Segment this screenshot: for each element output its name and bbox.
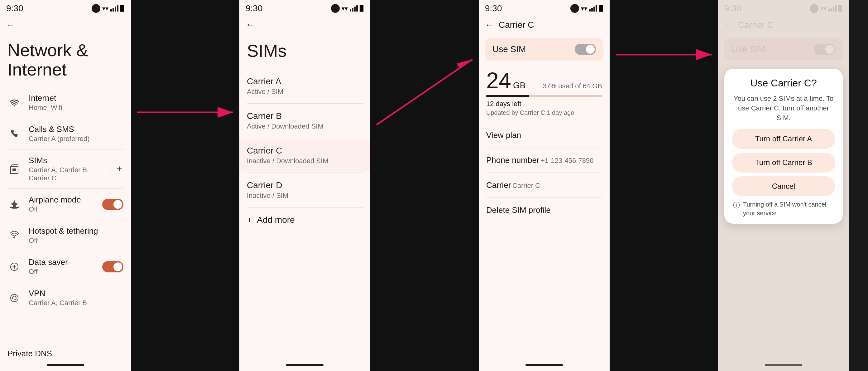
delete-sim-item[interactable]: Delete SIM profile [479,199,610,221]
menu-item-calls-sms[interactable]: Calls & SMS Carrier A (preferred) [0,119,131,148]
carrier-a-name: Carrier A [247,77,363,86]
airplane-text: Airplane mode Off [29,195,95,213]
dialog-title: Use Carrier C? [732,77,835,89]
carrier-d-name: Carrier D [247,180,363,190]
airplane-right [102,199,123,210]
private-dns-label[interactable]: Private DNS [7,349,52,359]
phone-number-value: +1-123-456-7890 [541,156,593,165]
dialog-description: You can use 2 SIMs at a time. To use Car… [732,94,835,123]
back-arrow-2: ← [246,20,254,30]
svg-rect-1 [12,169,16,171]
airplane-icon [7,198,21,211]
carrier-c-name: Carrier C [247,146,363,156]
bottom-bar-2 [286,364,323,366]
panel-network-internet: 9:30 ▾▾ ▉ ← Network & Internet Internet … [0,0,131,371]
use-sim-toggle[interactable] [575,44,596,55]
separator-2 [370,0,479,371]
carrier-b-status: Active / Downloaded SIM [247,122,363,131]
turn-off-carrier-b-button[interactable]: Turn off Carrier B [732,152,835,173]
svg-point-5 [12,297,13,298]
menu-item-internet[interactable]: Internet Home_Wifi [0,88,131,117]
divider-p3-4 [486,198,602,198]
sims-right: | + [110,162,123,176]
back-arrow-3: ← [485,20,494,30]
menu-item-airplane[interactable]: Airplane mode Off [0,190,131,219]
menu-item-datasaver[interactable]: Data saver Off [0,252,131,281]
divider-s2 [247,138,363,138]
status-time-2: 9:30 [246,3,263,13]
turn-off-carrier-a-button[interactable]: Turn off Carrier A [732,129,835,149]
cancel-button[interactable]: Cancel [732,176,835,196]
sims-add-button[interactable]: + [115,162,123,176]
wifi-icon [7,96,21,110]
phone-icon [7,127,21,141]
calls-sms-label: Calls & SMS [29,124,123,134]
back-button-3[interactable]: ← Carrier C [479,16,610,34]
menu-item-vpn[interactable]: VPN Carrier A, Carrier B [0,284,131,312]
divider-p3-1 [486,123,602,123]
datasaver-toggle[interactable] [102,261,123,273]
signal-bars-3 [589,5,597,11]
svg-line-9 [376,59,472,125]
menu-item-sims[interactable]: SIMs Carrier A, Carrier B, Carrier C | + [0,151,131,187]
view-plan-item[interactable]: View plan [479,124,610,146]
phone-number-item[interactable]: Phone number +1-123-456-7890 [479,149,610,171]
add-more-button[interactable]: + Add more [239,209,370,231]
use-sim-toggle-knob [586,45,595,54]
hotspot-label: Hotspot & tethering [29,226,123,236]
panel-carrier-c: 9:30 ▾▾ ▉ ← Carrier C Use SIM 24 G [479,0,610,371]
calls-sms-text: Calls & SMS Carrier A (preferred) [29,124,123,143]
battery-icon-1: ▉ [120,5,125,12]
phone-number-label: Phone number [486,155,539,165]
sim-item-carrier-b[interactable]: Carrier B Active / Downloaded SIM [239,105,370,137]
carrier-c-status: Inactive / Downloaded SIM [247,157,363,165]
wifi-status-icon-2: ▾▾ [342,5,348,12]
carrier-a-status: Active / SIM [247,88,363,96]
carrier-item[interactable]: Carrier Carrier C [479,174,610,196]
carrier-b-name: Carrier B [247,111,363,121]
info-icon: ⓘ [733,201,740,210]
airplane-sublabel: Off [29,205,95,213]
back-button-2[interactable]: ← [239,16,370,34]
separator-3 [610,0,718,371]
vpn-text: VPN Carrier A, Carrier B [29,289,123,307]
sim-item-carrier-a[interactable]: Carrier A Active / SIM [239,70,370,102]
arrow-1-to-2 [131,0,239,371]
sims-text: SIMs Carrier A, Carrier B, Carrier C [29,156,102,182]
hotspot-icon [7,229,21,242]
sims-page-title: SIMs [239,34,370,70]
status-bar-3: 9:30 ▾▾ ▉ [479,0,610,16]
divider-s4 [247,207,363,207]
use-carrier-dialog: Use Carrier C? You can use 2 SIMs at a t… [724,69,843,224]
view-plan-label: View plan [486,131,521,140]
status-bar-1: 9:30 ▾▾ ▉ [0,0,131,16]
data-bar-fill [486,95,529,97]
divider-3 [7,189,123,189]
arrow-3-to-4 [610,0,718,371]
sim-item-carrier-c[interactable]: Carrier C Inactive / Downloaded SIM [239,140,370,171]
battery-icon-3: ▉ [599,5,603,12]
panel-sims: 9:30 ▾▾ ▉ ← SIMs Carrier A Active / SIM … [239,0,370,371]
hotspot-sublabel: Off [29,236,123,245]
status-circle-1 [92,4,100,13]
divider-p3-2 [486,148,602,148]
calls-sms-sublabel: Carrier A (preferred) [29,135,123,143]
data-updated-text: Updated by Carrier C 1 day ago [486,109,602,116]
status-icons-2: ▾▾ ▉ [331,4,364,13]
datasaver-text: Data saver Off [29,257,95,276]
hotspot-text: Hotspot & tethering Off [29,226,123,245]
data-bar-container [486,95,602,97]
airplane-toggle[interactable] [102,199,123,210]
signal-bars-2 [350,5,358,11]
back-button-1[interactable]: ← [0,16,131,34]
status-bar-2: 9:30 ▾▾ ▉ [239,0,370,16]
carrier-d-status: Inactive / SIM [247,192,363,200]
datasaver-toggle-knob [114,262,122,271]
status-circle-3 [570,4,579,13]
divider-s3 [247,173,363,173]
bottom-bar-3 [525,364,563,366]
menu-item-hotspot[interactable]: Hotspot & tethering Off [0,221,131,250]
internet-menu-text: Internet Home_Wifi [29,93,123,112]
data-days-text: 12 days left [486,100,602,108]
sim-item-carrier-d[interactable]: Carrier D Inactive / SIM [239,174,370,206]
